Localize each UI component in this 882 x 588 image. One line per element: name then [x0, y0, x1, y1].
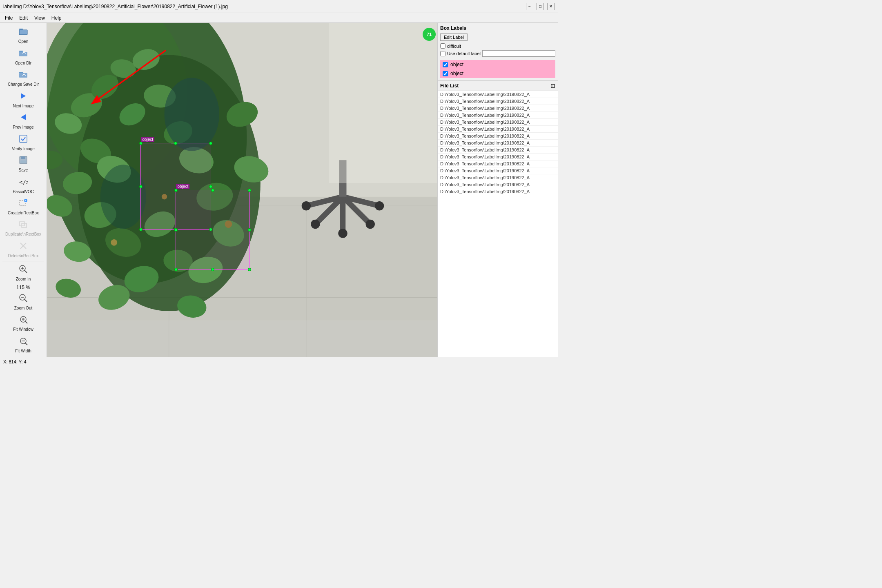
delete-rect-label: Delete\nRectBox [8, 254, 38, 258]
label-item-2[interactable]: object [440, 69, 555, 78]
bbox-2-handle-tr[interactable] [248, 189, 251, 192]
duplicate-rect-svg [18, 219, 28, 229]
file-item-3[interactable]: D:\Yolov3_Tensorflow\LabelImg\20190822_A [438, 112, 558, 119]
prev-image-button[interactable]: Prev Image [3, 111, 44, 131]
svg-point-81 [366, 220, 375, 229]
default-label-input[interactable] [482, 50, 555, 57]
zoom-in-label: Zoom In [16, 277, 31, 281]
bbox-2-handle-mr[interactable] [248, 228, 251, 232]
change-save-dir-svg [18, 69, 28, 79]
verify-image-label: Verify Image [12, 147, 35, 151]
menu-file[interactable]: File [2, 14, 16, 22]
menu-help[interactable]: Help [48, 14, 65, 22]
duplicate-rect-button[interactable]: Duplicate\nRectBox [3, 218, 44, 238]
close-button[interactable]: ✕ [547, 3, 555, 10]
next-image-button[interactable]: Next Image [3, 89, 44, 109]
fit-window-svg [18, 314, 28, 324]
main-content: Open Open Dir Change Save Dir [0, 23, 558, 357]
zoom-in-button[interactable]: Zoom In [3, 263, 44, 283]
file-item-4[interactable]: D:\Yolov3_Tensorflow\LabelImg\20190822_A [438, 119, 558, 126]
app-title: labelImg D:\Yolov3_Tensorflow\LabelImg\2… [3, 4, 228, 9]
bounding-box-2[interactable]: object [176, 190, 250, 270]
svg-point-30 [22, 318, 24, 321]
bbox-1-handle-mr[interactable] [209, 185, 212, 188]
minimize-button[interactable]: − [526, 3, 533, 10]
bbox-2-handle-ml[interactable] [174, 228, 178, 232]
svg-marker-7 [21, 93, 26, 99]
file-item-14[interactable]: D:\Yolov3_Tensorflow\LabelImg\20190822_A [438, 188, 558, 195]
svg-point-74 [165, 78, 219, 151]
box-labels-title: Box Labels [440, 25, 555, 31]
use-default-label-checkbox[interactable] [440, 51, 445, 56]
bbox-2-handle-br[interactable] [248, 268, 251, 271]
file-item-0[interactable]: D:\Yolov3_Tensorflow\LabelImg\20190822_A [438, 91, 558, 98]
difficult-checkbox[interactable] [440, 43, 445, 49]
verify-image-svg [18, 134, 28, 144]
file-item-8[interactable]: D:\Yolov3_Tensorflow\LabelImg\20190822_A [438, 147, 558, 154]
svg-marker-8 [21, 114, 26, 120]
verify-image-button[interactable]: Verify Image [3, 132, 44, 152]
zoom-out-button[interactable]: Zoom Out [3, 292, 44, 312]
save-button[interactable]: Save [3, 154, 44, 174]
bbox-2-handle-bl[interactable] [174, 268, 178, 271]
file-item-5[interactable]: D:\Yolov3_Tensorflow\LabelImg\20190822_A [438, 126, 558, 133]
menu-view[interactable]: View [31, 14, 48, 22]
file-item-2[interactable]: D:\Yolov3_Tensorflow\LabelImg\20190822_A [438, 105, 558, 112]
right-panel: Box Labels Edit Label difficult Use defa… [437, 23, 558, 357]
file-item-13[interactable]: D:\Yolov3_Tensorflow\LabelImg\20190822_A [438, 181, 558, 188]
file-list-restore-icon[interactable]: ⊡ [550, 82, 555, 89]
zoom-in-svg [18, 264, 28, 274]
bbox-1-handle-tm[interactable] [174, 142, 177, 145]
file-item-9[interactable]: D:\Yolov3_Tensorflow\LabelImg\20190822_A [438, 154, 558, 160]
canvas-area[interactable]: object object [47, 23, 437, 357]
edit-label-button[interactable]: Edit Label [440, 33, 468, 41]
file-item-11[interactable]: D:\Yolov3_Tensorflow\LabelImg\20190822_A [438, 167, 558, 174]
create-rect-button[interactable]: + Create\nRectBox [3, 197, 44, 216]
save-svg [18, 155, 28, 165]
svg-text:+: + [24, 199, 27, 203]
file-list-body[interactable]: D:\Yolov3_Tensorflow\LabelImg\20190822_A… [438, 91, 558, 357]
bbox-2-handle-tl[interactable] [174, 189, 178, 192]
bbox-2-handle-tm[interactable] [211, 189, 214, 192]
open-dir-icon [18, 48, 28, 60]
zoom-level-display: 115 % [0, 284, 47, 291]
label-2-checkbox[interactable] [443, 71, 448, 76]
open-button[interactable]: Open [3, 25, 44, 45]
menu-edit[interactable]: Edit [16, 14, 31, 22]
fit-width-button[interactable]: Fit Width [3, 334, 44, 354]
maximize-button[interactable]: □ [537, 3, 544, 10]
label-item-1[interactable]: object [440, 60, 555, 69]
next-image-label: Next Image [13, 104, 33, 108]
green-badge-value: 71 [427, 32, 432, 37]
file-item-10[interactable]: D:\Yolov3_Tensorflow\LabelImg\20190822_A [438, 160, 558, 167]
file-item-1[interactable]: D:\Yolov3_Tensorflow\LabelImg\20190822_A [438, 98, 558, 105]
create-rect-icon: + [18, 198, 28, 210]
change-save-dir-button[interactable]: Change Save Dir [3, 68, 44, 88]
svg-rect-3 [19, 51, 23, 52]
bbox-1-handle-tr[interactable] [209, 142, 212, 145]
bbox-2-label: object [176, 184, 189, 189]
pascal-voc-button[interactable]: </> PascalVOC [3, 175, 44, 195]
file-item-7[interactable]: D:\Yolov3_Tensorflow\LabelImg\20190822_A [438, 140, 558, 147]
pascal-voc-icon: </> [18, 177, 28, 189]
file-item-12[interactable]: D:\Yolov3_Tensorflow\LabelImg\20190822_A [438, 174, 558, 181]
window-controls: − □ ✕ [526, 3, 555, 10]
svg-point-83 [338, 229, 347, 238]
file-item-6[interactable]: D:\Yolov3_Tensorflow\LabelImg\20190822_A [438, 133, 558, 140]
bbox-1-handle-bl[interactable] [139, 228, 143, 231]
zoom-out-label: Zoom Out [14, 306, 32, 310]
bbox-2-handle-bm[interactable] [211, 268, 214, 271]
open-icon [18, 27, 28, 38]
label-1-checkbox[interactable] [443, 62, 448, 67]
open-dir-button[interactable]: Open Dir [3, 47, 44, 66]
save-icon [18, 155, 28, 167]
change-save-dir-icon [18, 69, 28, 81]
bbox-1-handle-ml[interactable] [139, 185, 143, 188]
delete-rect-icon [18, 241, 28, 253]
change-save-dir-label: Change Save Dir [8, 82, 39, 87]
bbox-1-handle-tl[interactable] [139, 142, 143, 145]
fit-width-icon [18, 336, 28, 348]
delete-rect-button[interactable]: Delete\nRectBox [3, 240, 44, 259]
fit-width-label: Fit Width [15, 349, 31, 353]
fit-window-button[interactable]: Fit Window [3, 313, 44, 333]
